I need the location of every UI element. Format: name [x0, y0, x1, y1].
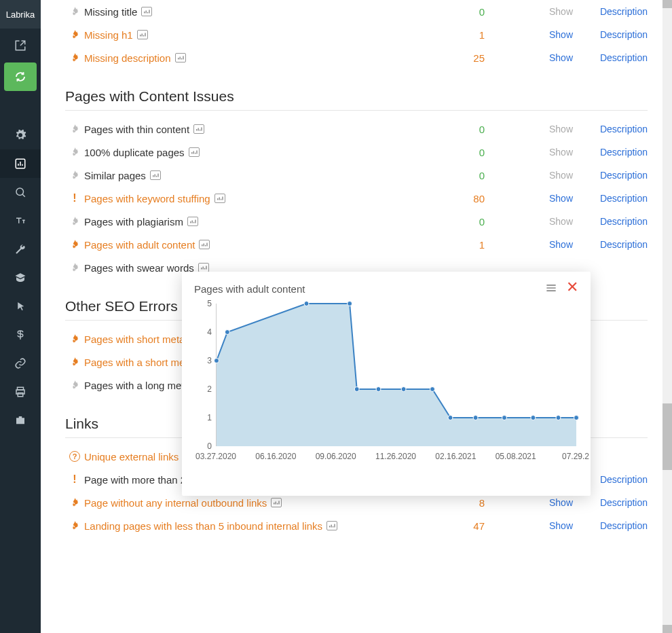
description-link[interactable]: Description — [573, 520, 648, 531]
row-label[interactable]: Missing h1 — [84, 29, 133, 41]
svg-point-15 — [502, 416, 507, 420]
row-label: Missing title — [84, 6, 137, 18]
row-label[interactable]: Page without any internal outbound links — [84, 497, 267, 509]
count-value: 25 — [437, 52, 485, 64]
description-link[interactable]: Description — [573, 497, 648, 508]
y-tick: 5 — [207, 299, 212, 308]
nav-refresh-icon[interactable] — [4, 62, 37, 91]
chart: 012345 03.27.202006.16.202009.06.202011.… — [194, 304, 578, 473]
svg-point-18 — [574, 416, 579, 420]
count-value: 0 — [437, 147, 485, 158]
mini-chart-icon[interactable] — [137, 30, 148, 39]
svg-point-1 — [16, 188, 24, 196]
nav-briefcase-icon[interactable] — [0, 406, 41, 435]
row-label[interactable]: Pages with keyword stuffing — [84, 193, 210, 204]
mini-chart-icon[interactable] — [271, 498, 282, 507]
table-row: 100% duplicate pages0ShowDescription — [65, 141, 648, 164]
scrollbar[interactable] — [662, 0, 672, 633]
mini-chart-icon[interactable] — [189, 147, 200, 157]
nav-gear-icon[interactable] — [0, 121, 41, 149]
mini-chart-icon[interactable] — [141, 7, 152, 16]
flame-icon — [65, 239, 84, 250]
count-value: 0 — [437, 6, 485, 18]
show-link[interactable]: Show — [485, 520, 573, 531]
mini-chart-icon[interactable] — [187, 217, 198, 226]
row-label[interactable]: Unique external links — [84, 451, 179, 463]
nav-search-icon[interactable] — [0, 178, 41, 206]
description-link[interactable]: Description — [573, 6, 648, 17]
description-link[interactable]: Description — [573, 170, 648, 181]
hamburger-icon[interactable] — [544, 281, 558, 297]
row-label[interactable]: Pages with adult content — [84, 239, 195, 251]
description-link[interactable]: Description — [573, 216, 648, 227]
flame-icon — [65, 380, 84, 391]
close-icon[interactable]: ✕ — [566, 281, 578, 297]
show-link[interactable]: Show — [485, 497, 573, 508]
description-link[interactable]: Description — [573, 239, 648, 250]
nav-open-icon[interactable] — [0, 31, 41, 60]
description-link[interactable]: Description — [573, 147, 648, 158]
nav-wrench-icon[interactable] — [0, 235, 41, 264]
table-row: !Pages with keyword stuffing80ShowDescri… — [65, 187, 648, 210]
flame-icon — [65, 52, 84, 63]
svg-point-10 — [376, 387, 381, 392]
row-label: Pages with thin content — [84, 124, 189, 135]
table-row: Missing description25ShowDescription — [65, 46, 648, 69]
show-link: Show — [485, 124, 573, 134]
mini-chart-icon[interactable] — [150, 170, 161, 180]
flame-icon — [65, 124, 84, 134]
show-link[interactable]: Show — [485, 239, 573, 250]
table-row: Similar pages0ShowDescription — [65, 164, 648, 187]
nav-cursor-icon[interactable] — [0, 292, 41, 321]
show-link: Show — [485, 147, 573, 158]
description-link[interactable]: Description — [573, 52, 648, 63]
chart-popup: Pages with adult content ✕ 012345 03.27.… — [182, 272, 591, 496]
x-tick: 05.08.2021 — [496, 452, 536, 461]
svg-point-14 — [473, 416, 478, 420]
count-value: 1 — [437, 239, 485, 251]
count-value: 0 — [437, 216, 485, 228]
description-link[interactable]: Description — [573, 193, 648, 204]
show-link[interactable]: Show — [485, 52, 573, 63]
nav-chart-icon[interactable] — [0, 149, 41, 178]
svg-point-9 — [354, 387, 359, 392]
help-icon: ? — [65, 451, 84, 462]
row-label: 100% duplicate pages — [84, 147, 185, 158]
brand-logo: Labrika — [0, 0, 41, 29]
flame-icon — [65, 216, 84, 227]
flame-icon — [65, 170, 84, 181]
svg-point-5 — [214, 359, 219, 363]
flame-icon — [65, 29, 84, 40]
description-link[interactable]: Description — [573, 124, 648, 134]
mini-chart-icon[interactable] — [198, 263, 209, 272]
row-label[interactable]: Missing description — [84, 52, 171, 64]
warning-icon: ! — [65, 473, 84, 486]
show-link: Show — [485, 216, 573, 227]
svg-point-13 — [448, 416, 453, 420]
description-link[interactable]: Description — [573, 29, 648, 40]
flame-icon — [65, 147, 84, 158]
nav-text-icon[interactable] — [0, 206, 41, 235]
show-link[interactable]: Show — [485, 193, 573, 204]
mini-chart-icon[interactable] — [214, 194, 225, 203]
nav-education-icon[interactable] — [0, 264, 41, 292]
row-label[interactable]: Pages with a short meta — [84, 357, 193, 368]
nav-link-icon[interactable] — [0, 349, 41, 378]
y-tick: 2 — [207, 384, 212, 394]
y-tick: 1 — [207, 413, 212, 422]
count-value: 80 — [437, 193, 485, 204]
count-value: 47 — [437, 520, 485, 532]
nav-print-icon[interactable] — [0, 378, 41, 406]
mini-chart-icon[interactable] — [193, 124, 204, 134]
show-link: Show — [485, 170, 573, 181]
table-row: Pages with adult content1ShowDescription — [65, 233, 648, 256]
row-label: Similar pages — [84, 170, 146, 181]
nav-dollar-icon[interactable] — [0, 321, 41, 349]
show-link[interactable]: Show — [485, 29, 573, 40]
mini-chart-icon[interactable] — [199, 240, 210, 249]
row-label[interactable]: Pages with short meta tit — [84, 333, 195, 345]
y-tick: 3 — [207, 356, 212, 365]
row-label[interactable]: Landing pages with less than 5 inbound i… — [84, 520, 322, 532]
mini-chart-icon[interactable] — [175, 53, 186, 62]
mini-chart-icon[interactable] — [326, 521, 337, 530]
